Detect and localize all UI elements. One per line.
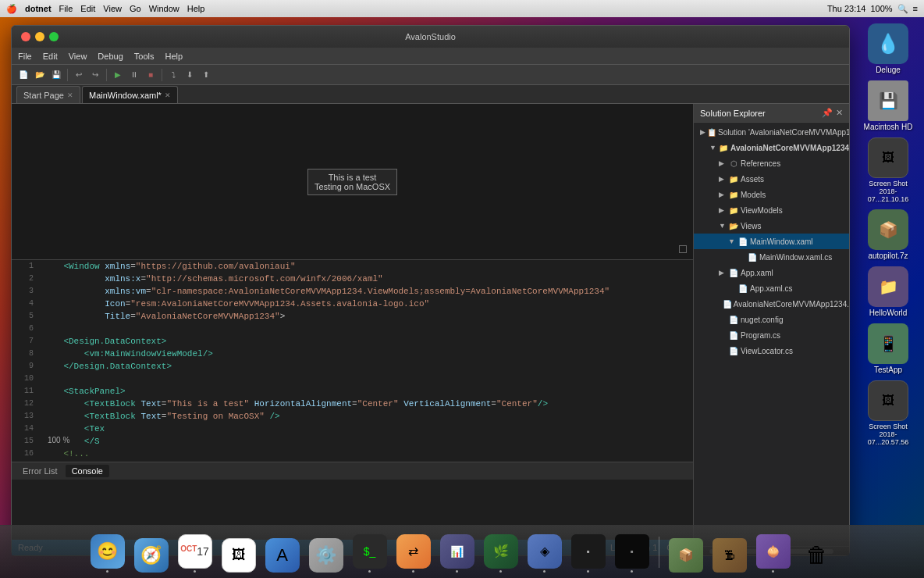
step-over[interactable]: ⤵ [166, 68, 180, 82]
code-line-11: 11 <StackPanel> [12, 385, 693, 398]
tab-mainwindow-xaml[interactable]: MainWindow.xaml* ✕ [82, 86, 178, 103]
desktop-icon-screenshot1[interactable]: 🖼 Screen Shot 2018-07...21.10.16 [860, 137, 916, 203]
redo-btn[interactable]: ↪ [88, 68, 102, 82]
macos-menubar: 🍎 dotnet File Edit View Go Window Help T… [0, 0, 924, 17]
code-line-6: 6 [12, 323, 693, 335]
dock-trash[interactable]: 🗑 [797, 532, 837, 573]
desktop-icon-macintosh-hd[interactable]: 💾 Macintosh HD [860, 80, 916, 131]
apple-menu[interactable]: 🍎 [6, 4, 17, 14]
desktop-icon-helloworld[interactable]: 📁 HelloWorld [860, 266, 916, 317]
menu-help[interactable]: Help [165, 52, 183, 61]
resize-handle[interactable] [679, 245, 687, 253]
tab-error-list[interactable]: Error List [16, 465, 64, 477]
menubar-file[interactable]: File [59, 4, 73, 13]
dock-term2-dot [587, 570, 589, 573]
se-viewlocator-label: ViewLocator.cs [741, 347, 793, 355]
window-titlebar: AvalonStudio [12, 26, 849, 48]
code-editor[interactable]: 1 <Window xmlns="https://github.com/aval… [12, 260, 693, 462]
se-viewmodels[interactable]: ▶ 📁 ViewModels [694, 202, 849, 218]
step-out[interactable]: ⬆ [199, 68, 213, 82]
desktop-icon-autopilot[interactable]: 📦 autopilot.7z [860, 209, 916, 260]
new-btn[interactable]: 📄 [16, 68, 30, 82]
dock-calendar[interactable]: OCT 17 [175, 532, 215, 573]
menu-debug[interactable]: Debug [98, 52, 123, 61]
solution-arrow: ▶ [700, 128, 705, 136]
step-into[interactable]: ⬇ [183, 68, 197, 82]
project-arrow: ▼ [709, 144, 717, 152]
dock-preview[interactable]: 🖼 [219, 532, 259, 573]
se-tree[interactable]: ▶ 📋 Solution 'AvaloniaNetCoreMVVMApp12 ▼… [694, 123, 849, 546]
se-references[interactable]: ▶ ⬡ References [694, 155, 849, 171]
dock-files[interactable]: 📦 [666, 532, 706, 573]
stop-btn[interactable]: ■ [144, 68, 158, 82]
dock-term2[interactable]: ▪ [568, 532, 609, 573]
menu-file[interactable]: File [18, 52, 32, 61]
se-app-xaml[interactable]: ▶ 📄 App.xaml [694, 265, 849, 280]
menu-view[interactable]: View [69, 52, 87, 61]
tab-start-page-close[interactable]: ✕ [67, 91, 73, 99]
spotlight-icon[interactable]: 🔍 [897, 4, 908, 14]
se-mainwindow-xaml-cs[interactable]: 📄 MainWindow.xaml.cs [694, 249, 849, 265]
code-line-9: 9 </Design.DataContext> [12, 360, 693, 373]
dock-finder[interactable]: 😊 [87, 532, 128, 573]
tab-console[interactable]: Console [66, 465, 109, 477]
se-solution[interactable]: ▶ 📋 Solution 'AvaloniaNetCoreMVVMApp12 [694, 124, 849, 140]
menu-edit[interactable]: Edit [43, 52, 58, 61]
menubar-view[interactable]: View [103, 4, 122, 13]
se-nuget-config[interactable]: 📄 nuget.config [694, 312, 849, 327]
se-models[interactable]: ▶ 📁 Models [694, 187, 849, 202]
se-mainwindow-xaml[interactable]: ▼ 📄 MainWindow.xaml [694, 234, 849, 249]
dock-term3[interactable]: ▪ [612, 532, 652, 573]
desktop-icon-testapp[interactable]: 📱 TestApp [860, 323, 916, 374]
views-icon: 📂 [728, 220, 739, 231]
dock-appstore[interactable]: A [262, 532, 303, 573]
run-btn[interactable]: ▶ [111, 68, 125, 82]
desktop-icon-screenshot2[interactable]: 🖼 Screen Shot 2018-07...20.57.56 [860, 380, 916, 446]
se-models-label: Models [741, 191, 766, 199]
zoom-indicator: 100 % [48, 436, 69, 444]
se-app-xaml-cs[interactable]: 📄 App.xaml.cs [694, 280, 849, 296]
menubar-go[interactable]: Go [130, 4, 141, 13]
dock: 😊 🧭 OCT 17 🖼 A ⚙️ $_ ⇄ 📊 🌿 ◈ ▪ [0, 525, 924, 578]
se-project-file[interactable]: 📄 AvaloniaNetCoreMVVMApp1234. [694, 296, 849, 312]
toolbar: 📄 📂 💾 ↩ ↪ ▶ ⏸ ■ ⤵ ⬇ ⬆ [12, 65, 849, 85]
dock-separator [659, 537, 659, 568]
dock-activity[interactable]: 📊 [437, 532, 478, 573]
tab-mainwindow-xaml-close[interactable]: ✕ [165, 91, 171, 99]
dock-terminal[interactable]: $_ [350, 532, 390, 573]
maximize-button[interactable] [49, 32, 59, 41]
se-views[interactable]: ▼ 📂 Views [694, 218, 849, 234]
se-assets[interactable]: ▶ 📁 Assets [694, 171, 849, 187]
close-button[interactable] [21, 32, 30, 41]
app-xaml-arrow: ▶ [719, 269, 727, 277]
menu-tools[interactable]: Tools [134, 52, 155, 61]
se-program-cs[interactable]: 📄 Program.cs [694, 327, 849, 343]
menubar-left: 🍎 dotnet File Edit View Go Window Help [6, 4, 204, 14]
dock-archiver[interactable]: 🗜 [709, 532, 750, 573]
se-viewmodels-label: ViewModels [741, 206, 783, 215]
menubar-app-name[interactable]: dotnet [25, 4, 52, 13]
se-viewlocator-cs[interactable]: 📄 ViewLocator.cs [694, 343, 849, 359]
notification-icon[interactable]: ≡ [913, 4, 918, 13]
viewmodels-arrow: ▶ [719, 206, 727, 214]
menubar-edit[interactable]: Edit [80, 4, 95, 13]
se-project[interactable]: ▼ 📁 AvaloniaNetCoreMVVMApp1234 [694, 140, 849, 155]
minimize-button[interactable] [35, 32, 44, 41]
code-line-2: 2 xmlns:x="http://schemas.microsoft.com/… [12, 273, 693, 285]
dock-safari[interactable]: 🧭 [131, 532, 172, 573]
pause-btn[interactable]: ⏸ [127, 68, 141, 82]
se-pin-icon[interactable]: 📌 [822, 108, 833, 118]
desktop-icon-deluge[interactable]: 💧 Deluge [860, 23, 916, 74]
menubar-window[interactable]: Window [149, 4, 179, 13]
dock-sysprefs[interactable]: ⚙️ [306, 532, 346, 573]
save-btn[interactable]: 💾 [49, 68, 63, 82]
menubar-help[interactable]: Help [187, 4, 205, 13]
dock-tor[interactable]: 🧅 [753, 532, 794, 573]
dock-vscode[interactable]: ◈ [524, 532, 565, 573]
se-close-icon[interactable]: ✕ [836, 108, 843, 118]
dock-transmit[interactable]: ⇄ [393, 532, 434, 573]
open-btn[interactable]: 📂 [33, 68, 47, 82]
tab-start-page[interactable]: Start Page ✕ [16, 86, 80, 103]
undo-btn[interactable]: ↩ [72, 68, 86, 82]
dock-app1[interactable]: 🌿 [481, 532, 521, 573]
